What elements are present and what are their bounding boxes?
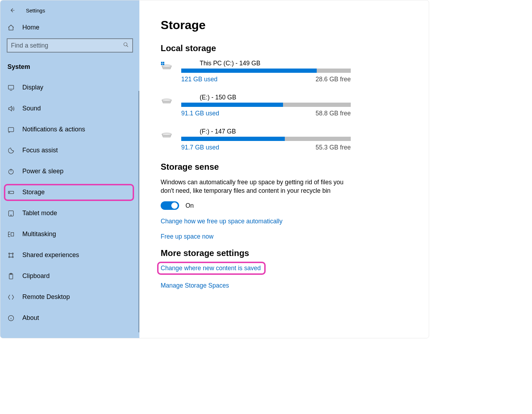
link-free-up-now[interactable]: Free up space now xyxy=(161,233,408,240)
shared-icon xyxy=(7,252,15,259)
storage-sense-heading: Storage sense xyxy=(161,162,408,172)
multitasking-icon xyxy=(7,231,15,238)
drive-icon xyxy=(161,62,173,71)
title-bar: Settings xyxy=(0,4,139,17)
section-label: System xyxy=(0,59,139,77)
sidebar-item-label: Clipboard xyxy=(22,272,50,280)
storage-sense-toggle[interactable] xyxy=(161,201,179,210)
more-settings-heading: More storage settings xyxy=(161,248,408,258)
svg-rect-18 xyxy=(163,62,164,63)
sidebar: Settings Home System DisplaySoundNotific… xyxy=(0,0,139,338)
drive-used: 91.7 GB used xyxy=(181,144,219,151)
clipboard-icon xyxy=(7,273,15,280)
drive-title: (E:) - 150 GB xyxy=(181,94,351,101)
drive-row[interactable]: (F:) - 147 GB91.7 GB used55.3 GB free xyxy=(161,128,408,151)
drive-used: 91.1 GB used xyxy=(181,110,219,117)
nav-list: DisplaySoundNotifications & actionsFocus… xyxy=(0,77,139,332)
nav-home-label: Home xyxy=(22,24,39,31)
svg-rect-1 xyxy=(9,85,14,89)
svg-point-16 xyxy=(162,65,171,67)
drive-free: 58.8 GB free xyxy=(316,110,351,117)
sidebar-item-label: Multitasking xyxy=(22,230,56,238)
svg-point-5 xyxy=(9,192,10,193)
usage-bar xyxy=(181,103,351,107)
svg-rect-17 xyxy=(161,62,162,63)
sidebar-item-storage[interactable]: Storage xyxy=(0,182,139,203)
search-input[interactable] xyxy=(11,42,123,49)
usage-bar xyxy=(181,137,351,141)
storage-sense-description: Windows can automatically free up space … xyxy=(161,178,345,195)
power-icon xyxy=(7,168,15,175)
sidebar-item-clipboard[interactable]: Clipboard xyxy=(0,266,139,287)
sidebar-item-shared-experiences[interactable]: Shared experiences xyxy=(0,245,139,266)
drive-title: This PC (C:) - 149 GB xyxy=(181,60,351,67)
svg-rect-20 xyxy=(163,64,164,65)
nav-home[interactable]: Home xyxy=(0,17,139,38)
window-title: Settings xyxy=(26,7,45,13)
sound-icon xyxy=(7,105,15,112)
svg-point-21 xyxy=(162,99,171,101)
svg-rect-8 xyxy=(11,233,14,236)
link-manage-storage-spaces[interactable]: Manage Storage Spaces xyxy=(161,282,408,289)
svg-point-11 xyxy=(9,256,10,257)
svg-point-7 xyxy=(11,215,11,216)
drive-icon xyxy=(161,130,173,139)
sidebar-item-power-sleep[interactable]: Power & sleep xyxy=(0,161,139,182)
svg-rect-19 xyxy=(161,64,162,65)
storage-sense-toggle-row: On xyxy=(161,201,408,210)
svg-point-0 xyxy=(124,43,127,46)
back-button[interactable] xyxy=(9,7,15,13)
sidebar-item-display[interactable]: Display xyxy=(0,77,139,98)
drive-icon xyxy=(161,96,173,105)
sidebar-item-notifications-actions[interactable]: Notifications & actions xyxy=(0,119,139,140)
drive-title: (F:) - 147 GB xyxy=(181,128,351,135)
local-storage-heading: Local storage xyxy=(161,43,408,53)
focus-assist-icon xyxy=(7,147,15,154)
display-icon xyxy=(7,84,15,91)
drive-row[interactable]: This PC (C:) - 149 GB121 GB used28.6 GB … xyxy=(161,60,408,83)
drive-free: 28.6 GB free xyxy=(316,76,351,83)
sidebar-item-focus-assist[interactable]: Focus assist xyxy=(0,140,139,161)
drive-used: 121 GB used xyxy=(181,76,217,83)
sidebar-item-about[interactable]: About xyxy=(0,307,139,328)
tablet-icon xyxy=(7,210,15,217)
link-change-where-saved[interactable]: Change where new content is saved xyxy=(161,265,261,272)
notifications-icon xyxy=(7,126,15,133)
sidebar-item-sound[interactable]: Sound xyxy=(0,98,139,119)
settings-window: Settings Home System DisplaySoundNotific… xyxy=(0,0,429,338)
usage-bar xyxy=(181,69,351,73)
sidebar-item-label: Power & sleep xyxy=(22,168,63,175)
page-title: Storage xyxy=(161,18,408,32)
sidebar-item-tablet-mode[interactable]: Tablet mode xyxy=(0,203,139,224)
sidebar-item-remote-desktop[interactable]: Remote Desktop xyxy=(0,287,139,307)
sidebar-item-multitasking[interactable]: Multitasking xyxy=(0,224,139,245)
svg-rect-2 xyxy=(9,127,14,132)
storage-sense-toggle-label: On xyxy=(185,202,194,209)
home-icon xyxy=(7,24,15,31)
drive-row[interactable]: (E:) - 150 GB91.1 GB used58.8 GB free xyxy=(161,94,408,117)
sidebar-item-label: Notifications & actions xyxy=(22,126,85,133)
search-icon xyxy=(123,42,129,49)
sidebar-item-label: Focus assist xyxy=(22,147,58,154)
scrollbar[interactable] xyxy=(138,91,139,332)
sidebar-item-label: Tablet mode xyxy=(22,209,57,217)
svg-point-12 xyxy=(12,256,13,257)
link-change-autofree[interactable]: Change how we free up space automaticall… xyxy=(161,218,408,225)
storage-icon xyxy=(7,189,15,196)
drives-list: This PC (C:) - 149 GB121 GB used28.6 GB … xyxy=(161,60,408,151)
remote-icon xyxy=(7,294,15,301)
sidebar-item-label: Sound xyxy=(22,105,41,112)
sidebar-item-label: Shared experiences xyxy=(22,251,79,259)
svg-point-10 xyxy=(12,253,13,254)
sidebar-item-label: About xyxy=(22,314,39,322)
sidebar-item-label: Remote Desktop xyxy=(22,293,70,301)
sidebar-item-label: Display xyxy=(22,84,43,91)
main-content: Storage Local storage This PC (C:) - 149… xyxy=(139,0,429,338)
about-icon xyxy=(7,315,15,322)
svg-point-9 xyxy=(9,253,10,254)
search-box[interactable] xyxy=(7,38,133,53)
svg-point-22 xyxy=(162,133,171,135)
drive-free: 55.3 GB free xyxy=(316,144,351,151)
sidebar-item-label: Storage xyxy=(22,189,45,196)
